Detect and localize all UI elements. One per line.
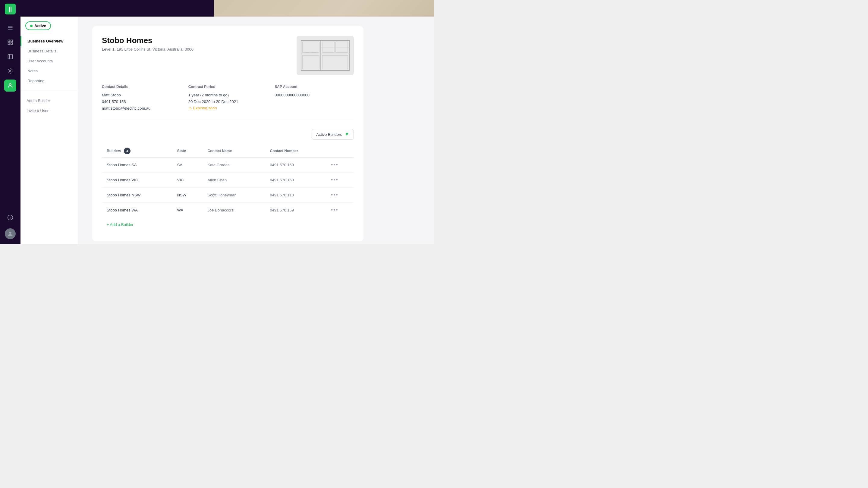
business-info: Stobo Homes Level 1, 195 Little Collins … xyxy=(102,36,193,52)
warning-icon: ⚠ xyxy=(188,106,192,110)
more-options-button[interactable]: ••• xyxy=(331,207,338,213)
menu-button[interactable] xyxy=(4,22,16,34)
builder-actions-cell: ••• xyxy=(326,188,354,203)
col-actions xyxy=(326,144,354,158)
builder-contact-number: 0491 570 159 xyxy=(265,158,327,173)
builder-name: Stobo Homes WA xyxy=(102,203,173,218)
business-name: Stobo Homes xyxy=(102,36,193,45)
nav-item-business-overview[interactable]: Business Overview xyxy=(21,36,78,46)
col-builders: Builders 4 xyxy=(102,144,173,158)
book-button[interactable] xyxy=(4,51,16,63)
table-header-row: Builders 4 State Contact Name Contact Nu… xyxy=(102,144,354,158)
svg-rect-4 xyxy=(11,40,13,42)
builder-state: NSW xyxy=(173,188,203,203)
nav-menu: Business Overview Business Details User … xyxy=(21,36,78,86)
svg-rect-5 xyxy=(8,43,10,44)
add-builder-nav-action[interactable]: Add a Builder xyxy=(21,96,78,106)
more-options-button[interactable]: ••• xyxy=(331,192,338,198)
dashboard-button[interactable] xyxy=(4,36,16,48)
svg-rect-6 xyxy=(11,43,13,44)
main-content: Stobo Homes Level 1, 195 Little Collins … xyxy=(78,17,434,244)
add-builder-link[interactable]: + Add a Builder xyxy=(102,218,138,232)
contact-phone: 0491 570 158 xyxy=(102,98,181,105)
builder-contact-name: Kate Gordes xyxy=(203,158,265,173)
builder-contact-name: Scott Honeyman xyxy=(203,188,265,203)
nav-item-notes[interactable]: Notes xyxy=(21,66,78,76)
expiry-badge: ⚠ Expiring soon xyxy=(188,106,217,110)
expiry-label: Expiring soon xyxy=(193,106,217,110)
contract-dates: 20 Dec 2020 to 20 Dec 2021 xyxy=(188,98,268,105)
svg-point-10 xyxy=(9,84,11,86)
card-header: Stobo Homes Level 1, 195 Little Collins … xyxy=(102,36,354,75)
builder-state: SA xyxy=(173,158,203,173)
builder-contact-number: 0491 570 110 xyxy=(265,188,327,203)
info-grid: Contact Details Matt Stobo 0491 570 158 … xyxy=(102,85,354,119)
chevron-down-icon: ▼ xyxy=(344,132,349,137)
col-contact-number: Contact Number xyxy=(265,144,327,158)
builder-name: Stobo Homes NSW xyxy=(102,188,173,203)
svg-rect-3 xyxy=(8,40,10,42)
active-builders-dropdown[interactable]: Active Builders ▼ xyxy=(312,129,354,140)
col-state: State xyxy=(173,144,203,158)
business-address: Level 1, 195 Little Collins St, Victoria… xyxy=(102,47,193,52)
sidebar-bottom xyxy=(4,212,16,244)
col-contact-name: Contact Name xyxy=(203,144,265,158)
business-card: Stobo Homes Level 1, 195 Little Collins … xyxy=(92,26,364,241)
more-options-button[interactable]: ••• xyxy=(331,177,338,183)
builder-name: Stobo Homes SA xyxy=(102,158,173,173)
svg-rect-7 xyxy=(8,55,13,59)
builder-actions-cell: ••• xyxy=(326,203,354,218)
contact-email: matt.stobo@electric.com.au xyxy=(102,105,181,112)
nav-item-reporting[interactable]: Reporting xyxy=(21,76,78,86)
table-row: Stobo Homes NSW NSW Scott Honeyman 0491 … xyxy=(102,188,354,203)
builder-actions-cell: ••• xyxy=(326,173,354,188)
builder-contact-name: Joe Bonaccorsi xyxy=(203,203,265,218)
builder-count: 4 xyxy=(124,148,130,154)
logo-icon: || xyxy=(8,6,12,13)
builder-name: Stobo Homes VIC xyxy=(102,173,173,188)
svg-point-9 xyxy=(10,70,11,72)
svg-point-14 xyxy=(9,232,11,234)
builder-actions-cell: ••• xyxy=(326,158,354,173)
table-header: Active Builders ▼ xyxy=(102,129,354,140)
table-row: Stobo Homes WA WA Joe Bonaccorsi 0491 57… xyxy=(102,203,354,218)
settings-button[interactable] xyxy=(4,65,16,77)
contract-duration: 1 year (2 months to go) xyxy=(188,92,268,98)
builder-state: VIC xyxy=(173,173,203,188)
status-text: Active xyxy=(34,24,46,28)
builder-state: WA xyxy=(173,203,203,218)
user-avatar[interactable] xyxy=(5,228,16,239)
contact-name: Matt Stobo xyxy=(102,92,181,98)
sidebar-left: || xyxy=(0,0,21,244)
sap-number: 0000000000000000 xyxy=(275,92,354,98)
builder-contact-number: 0491 570 158 xyxy=(265,173,327,188)
sap-title: SAP Account xyxy=(275,85,354,89)
dropdown-label: Active Builders xyxy=(316,132,342,137)
status-dot xyxy=(30,25,33,27)
nav-item-business-details[interactable]: Business Details xyxy=(21,46,78,56)
app-logo[interactable]: || xyxy=(5,4,16,14)
invite-user-nav-action[interactable]: Invite a User xyxy=(21,106,78,116)
contact-title: Contact Details xyxy=(102,85,181,89)
contact-section: Contact Details Matt Stobo 0491 570 158 … xyxy=(102,85,181,112)
more-options-button[interactable]: ••• xyxy=(331,162,338,168)
nav-item-user-accounts[interactable]: User Accounts xyxy=(21,56,78,66)
user-button[interactable] xyxy=(4,79,16,92)
info-button[interactable] xyxy=(4,212,16,224)
blueprint-thumbnail xyxy=(297,36,354,75)
builder-contact-name: Allen Chen xyxy=(203,173,265,188)
builder-contact-number: 0491 570 159 xyxy=(265,203,327,218)
contract-section: Contract Period 1 year (2 months to go) … xyxy=(188,85,268,112)
sidebar-secondary: Active Business Overview Business Detail… xyxy=(21,17,78,244)
sap-section: SAP Account 0000000000000000 xyxy=(275,85,354,112)
table-row: Stobo Homes VIC VIC Allen Chen 0491 570 … xyxy=(102,173,354,188)
builders-table: Builders 4 State Contact Name Contact Nu… xyxy=(102,144,354,218)
status-badge[interactable]: Active xyxy=(25,22,51,30)
contract-title: Contract Period xyxy=(188,85,268,89)
nav-divider xyxy=(21,91,78,91)
table-row: Stobo Homes SA SA Kate Gordes 0491 570 1… xyxy=(102,158,354,173)
